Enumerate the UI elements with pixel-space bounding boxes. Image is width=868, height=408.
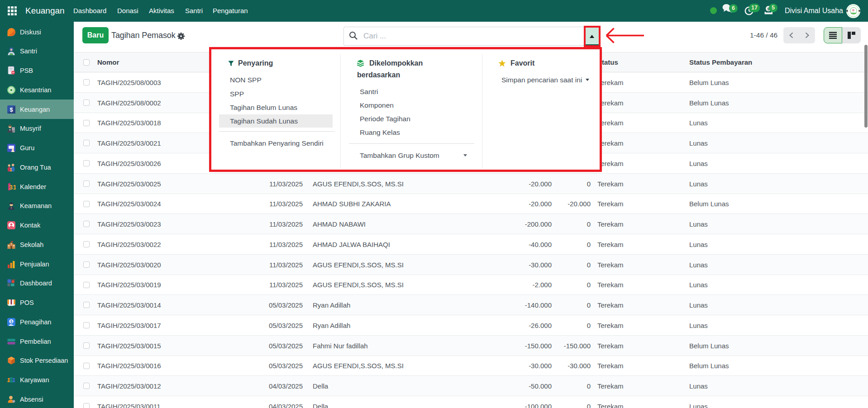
svg-text:31: 31 (9, 183, 16, 191)
svg-text:$: $ (10, 319, 13, 324)
svg-text:$: $ (10, 106, 13, 113)
